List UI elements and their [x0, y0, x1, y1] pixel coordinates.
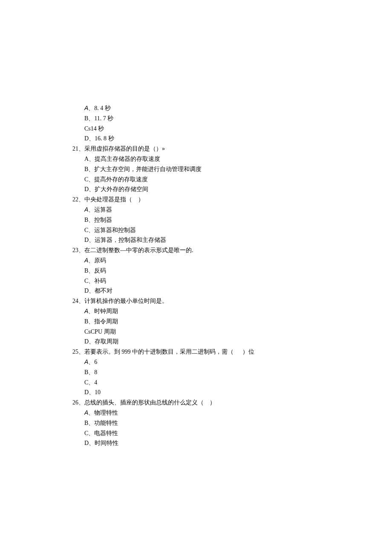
text-fragment: A: [84, 409, 88, 416]
option-line: D、时间特性: [72, 438, 320, 448]
option-line: D、存取周期: [72, 337, 320, 347]
text-fragment: 、运算器: [88, 206, 112, 213]
option-line: B、8: [72, 367, 320, 378]
text-fragment: C、运算器和控制器: [84, 227, 136, 233]
option-line: D、都不对: [72, 286, 320, 296]
option-line: D、扩大外存的存储空间: [72, 184, 320, 195]
option-line: A、提高主存储器的存取速度: [72, 154, 320, 164]
text-fragment: D、运算器，控制器和主存储器: [84, 237, 166, 243]
option-line: D、16. 8 秒: [72, 134, 320, 144]
option-line: A、原码: [72, 256, 320, 266]
option-line: B、11. 7 秒: [72, 113, 320, 124]
text-fragment: A: [84, 358, 88, 365]
option-line: D、运算器，控制器和主存储器: [72, 235, 320, 245]
text-fragment: D、都不对: [84, 288, 112, 294]
text-fragment: A: [84, 206, 88, 213]
option-line: B、扩大主存空间，并能进行自动管理和调度: [72, 164, 320, 174]
option-line: CsCPU 周期: [72, 327, 320, 337]
text-fragment: D、时间特性: [84, 440, 118, 446]
document-body: A、8. 4 秒B、11. 7 秒Cs14 秒D、16. 8 秒21、采用虚拟存…: [72, 103, 320, 448]
text-fragment: 、时钟周期: [88, 308, 118, 314]
option-line: B、反码: [72, 266, 320, 276]
text-fragment: CsCPU 周期: [84, 328, 116, 335]
text-fragment: D、16. 8 秒: [84, 135, 114, 142]
text-fragment: 22、中央处理器是指（ ）: [72, 196, 144, 203]
option-line: A、物理特性: [72, 408, 320, 418]
question-line: 25、若要表示。到 999 中的十进制数目，采用二进制码，需（ ）位: [72, 347, 320, 357]
option-line: C、电器特性: [72, 428, 320, 439]
text-fragment: A: [84, 257, 88, 264]
text-fragment: D、扩大外存的存储空间: [84, 186, 148, 192]
option-line: C、运算器和控制器: [72, 225, 320, 235]
text-fragment: D、存取周期: [84, 338, 118, 345]
text-fragment: 23、在二进制整数—中零的表示形式是唯一的.: [72, 247, 193, 253]
text-fragment: D、10: [84, 389, 101, 395]
text-fragment: Cs14 秒: [84, 125, 104, 132]
text-fragment: 、物理特性: [88, 410, 118, 416]
option-line: Cs14 秒: [72, 124, 320, 134]
question-line: 24、计算机操作的最小单位时间是。: [72, 296, 320, 306]
text-fragment: C、补码: [84, 278, 106, 284]
text-fragment: B、8: [84, 369, 97, 375]
option-line: D、10: [72, 387, 320, 398]
text-fragment: C、提高外存的存取速度: [84, 176, 148, 183]
text-fragment: B、反码: [84, 267, 106, 274]
option-line: A、6: [72, 357, 320, 367]
text-fragment: 、原码: [88, 257, 106, 264]
question-line: 23、在二进制整数—中零的表示形式是唯一的.: [72, 245, 320, 256]
text-fragment: B、功能特性: [84, 420, 118, 426]
option-line: C、4: [72, 378, 320, 388]
text-fragment: B、11. 7 秒: [84, 115, 113, 122]
text-fragment: A: [84, 308, 88, 314]
option-line: C、补码: [72, 276, 320, 286]
text-fragment: 、6: [88, 359, 97, 365]
text-fragment: C、4: [84, 379, 97, 386]
text-fragment: 21、采用虚拟存储器的目的是（）»: [72, 145, 165, 152]
text-fragment: 、8. 4 秒: [88, 105, 111, 111]
text-fragment: A: [84, 105, 88, 111]
text-fragment: B、控制器: [84, 217, 112, 223]
option-line: B、指令周期: [72, 317, 320, 327]
option-line: A、运算器: [72, 205, 320, 215]
option-line: A、8. 4 秒: [72, 103, 320, 113]
text-fragment: A、提高主存储器的存取速度: [84, 156, 160, 162]
text-fragment: C、电器特性: [84, 430, 118, 436]
option-line: B、功能特性: [72, 418, 320, 428]
text-fragment: 25、若要表示。到 999 中的十进制数目，采用二进制码，需（ ）位: [72, 349, 254, 355]
question-line: 26、总线的插头、插座的形状由总线的什么定义（ ）: [72, 398, 320, 408]
text-fragment: 26、总线的插头、插座的形状由总线的什么定义（ ）: [72, 399, 216, 406]
option-line: C、提高外存的存取速度: [72, 174, 320, 185]
question-line: 21、采用虚拟存储器的目的是（）»: [72, 144, 320, 154]
text-fragment: B、扩大主存空间，并能进行自动管理和调度: [84, 166, 202, 172]
text-fragment: B、指令周期: [84, 318, 118, 325]
question-line: 22、中央处理器是指（ ）: [72, 195, 320, 205]
option-line: A、时钟周期: [72, 306, 320, 317]
option-line: B、控制器: [72, 215, 320, 225]
text-fragment: 24、计算机操作的最小单位时间是。: [72, 298, 168, 304]
document-page: A、8. 4 秒B、11. 7 秒Cs14 秒D、16. 8 秒21、采用虚拟存…: [0, 0, 392, 555]
